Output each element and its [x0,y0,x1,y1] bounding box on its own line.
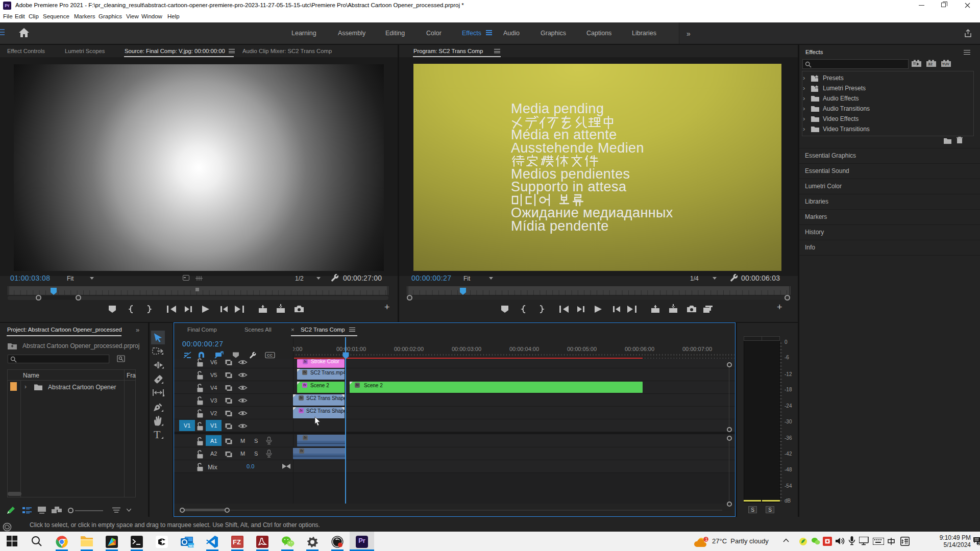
svg-text:-6: -6 [785,355,789,360]
svg-text:-24: -24 [785,403,792,409]
svg-text:A1: A1 [210,438,217,444]
svg-text:-36: -36 [785,435,792,441]
svg-text:32: 32 [928,62,933,66]
svg-text:V3: V3 [210,397,217,404]
svg-text:V5: V5 [210,372,217,378]
svg-text:M: M [240,438,245,444]
svg-text:NEW: NEW [189,544,194,547]
svg-text:00:00:07:00: 00:00:07:00 [682,346,712,352]
svg-text:YUV: YUV [942,62,950,66]
svg-text:00:00:01:00: 00:00:01:00 [336,346,366,352]
svg-text:00:00:03:00: 00:00:03:00 [452,346,481,352]
svg-text:0.0: 0.0 [247,463,254,469]
svg-text:0: 0 [785,339,788,345]
svg-text:-48: -48 [785,467,792,472]
svg-text:-30: -30 [785,419,792,424]
svg-text:00:00:05:00: 00:00:05:00 [567,346,597,352]
svg-text:S: S [254,450,258,457]
svg-text:-18: -18 [785,387,792,392]
svg-text:V1: V1 [184,422,190,429]
svg-text:00:00:06:00: 00:00:06:00 [625,346,654,352]
svg-text:S: S [254,438,258,444]
svg-text:V4: V4 [210,385,217,391]
svg-text:M: M [240,450,245,457]
svg-text:V6: V6 [210,359,217,365]
svg-text:A2: A2 [210,450,217,457]
svg-text:-12: -12 [785,371,792,377]
svg-text:-42: -42 [785,451,792,457]
svg-text::00:00: :00:00 [293,346,302,352]
svg-text:V2: V2 [210,410,217,416]
svg-text:00:00:04:00: 00:00:04:00 [509,346,539,352]
svg-text:2: 2 [978,541,980,546]
svg-text:FZ: FZ [233,538,241,546]
svg-text:-54: -54 [785,483,792,489]
svg-text:V1: V1 [210,422,217,429]
svg-text:00:00:02:00: 00:00:02:00 [394,346,424,352]
svg-text:Mix: Mix [208,464,217,471]
svg-text:dB: dB [785,498,791,504]
svg-text:1: 1 [705,537,707,542]
